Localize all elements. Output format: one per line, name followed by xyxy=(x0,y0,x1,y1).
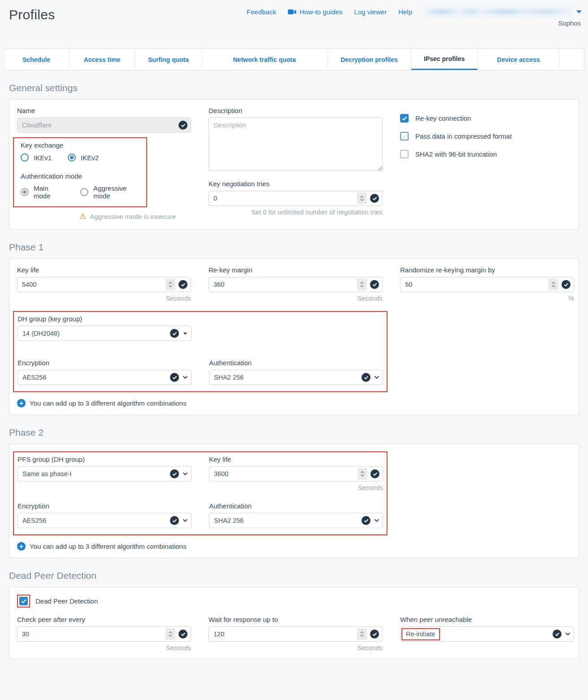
phase2-card: PFS group (DH group) Same as phase-I Key… xyxy=(9,444,579,558)
radio-aggressive-mode-label: Aggressive mode xyxy=(93,184,142,200)
dpd-check-peer-input[interactable] xyxy=(22,630,166,638)
tab-device-access[interactable]: Device access xyxy=(478,49,560,70)
key-negotiation-input[interactable] xyxy=(213,195,357,202)
key-negotiation-hint: Set 0 for unlimited number of negotiatio… xyxy=(209,209,383,216)
p1-rekey-margin-label: Re-key margin xyxy=(209,266,383,274)
description-label: Description xyxy=(209,107,383,114)
name-value: Cloudflare xyxy=(22,122,179,129)
tab-ipsec-profiles[interactable]: IPsec profiles xyxy=(411,49,478,70)
compressed-format-label: Pass data in compressed format xyxy=(415,132,512,140)
general-settings-card: Name Cloudflare Key exchange IKEv1 IKEv2… xyxy=(9,99,579,230)
phase1-card: Key life Seconds Re-key margin Seconds R… xyxy=(9,258,579,415)
p2-authentication-label: Authentication xyxy=(209,502,383,510)
p1-rekey-margin-field[interactable] xyxy=(209,277,383,292)
radio-ikev1[interactable] xyxy=(21,153,29,162)
header-links: Feedback How-to guides Log viewer Help xyxy=(247,6,582,18)
feedback-link[interactable]: Feedback xyxy=(247,8,276,16)
add-circle-icon[interactable]: + xyxy=(17,542,26,551)
radio-aggressive-mode[interactable] xyxy=(80,188,88,196)
number-spinner[interactable] xyxy=(357,468,367,480)
number-spinner[interactable] xyxy=(357,279,367,290)
dpd-when-unreachable-value: Re-initiate xyxy=(406,630,435,638)
radio-main-mode[interactable] xyxy=(21,188,29,196)
number-spinner[interactable] xyxy=(166,279,175,290)
valid-check-icon xyxy=(179,121,187,130)
p2-encryption-select[interactable]: AES256 xyxy=(17,513,192,528)
valid-check-icon xyxy=(370,469,379,478)
dpd-heading: Dead Peer Detection xyxy=(9,570,579,581)
p2-pfs-group-select[interactable]: Same as phase-I xyxy=(17,466,192,481)
p2-key-life-input[interactable] xyxy=(214,470,357,477)
p1-key-life-field[interactable] xyxy=(17,277,191,292)
warning-triangle-icon: ⚠ xyxy=(79,213,86,220)
description-textarea[interactable] xyxy=(209,118,383,171)
p2-key-life-field[interactable] xyxy=(209,466,383,481)
valid-check-icon xyxy=(370,194,379,203)
p1-randomize-input[interactable] xyxy=(405,281,549,288)
account-selector[interactable] xyxy=(424,6,582,18)
compressed-format-checkbox[interactable] xyxy=(400,132,409,140)
chevron-down-icon xyxy=(565,632,571,636)
tab-surfing-quota[interactable]: Surfing quota xyxy=(135,49,202,70)
p2-add-note-text: You can add up to 3 different algorithm … xyxy=(30,542,186,550)
tab-schedule[interactable]: Schedule xyxy=(4,49,69,70)
auth-mode-label: Authentication mode xyxy=(21,172,142,180)
account-name-redacted xyxy=(424,6,572,18)
valid-check-icon xyxy=(170,373,179,382)
number-spinner[interactable] xyxy=(357,628,367,640)
p1-rekey-margin-input[interactable] xyxy=(213,281,357,288)
rekey-connection-checkbox[interactable] xyxy=(400,114,409,122)
p1-key-life-input[interactable] xyxy=(22,281,166,288)
number-spinner[interactable] xyxy=(357,192,367,204)
valid-check-icon xyxy=(553,630,562,639)
p1-key-life-unit: Seconds xyxy=(17,295,191,302)
p1-dh-group-value: 14 (DH2048) xyxy=(22,330,170,337)
key-negotiation-field[interactable] xyxy=(209,191,383,206)
dpd-check-peer-unit: Seconds xyxy=(17,644,191,652)
p1-encryption-value: AES256 xyxy=(22,374,170,381)
dpd-when-unreachable-select[interactable]: Re-initiate xyxy=(400,626,574,642)
number-spinner[interactable] xyxy=(166,628,175,640)
tab-network-traffic-quota[interactable]: Network traffic quota xyxy=(202,49,327,70)
p1-randomize-field[interactable] xyxy=(400,277,574,292)
sha2-truncation-checkbox[interactable] xyxy=(400,150,409,158)
p1-authentication-label: Authentication xyxy=(209,359,383,367)
tab-decryption-profiles[interactable]: Decryption profiles xyxy=(327,49,411,70)
name-field: Cloudflare xyxy=(17,118,191,133)
p1-authentication-select[interactable]: SHA2 256 xyxy=(209,370,383,385)
p1-add-note-text: You can add up to 3 different algorithm … xyxy=(30,399,186,407)
rekey-connection-label: Re-key connection xyxy=(415,114,471,122)
p1-dh-group-select[interactable]: 14 (DH2048) xyxy=(17,326,192,341)
valid-check-icon xyxy=(179,630,187,639)
p2-key-life-label: Key life xyxy=(209,455,383,463)
dpd-wait-response-field[interactable] xyxy=(209,626,383,642)
dpd-check-peer-field[interactable] xyxy=(17,626,191,642)
p1-randomize-unit: % xyxy=(400,295,574,302)
log-viewer-link[interactable]: Log viewer xyxy=(354,8,387,16)
add-circle-icon[interactable]: + xyxy=(17,399,26,407)
dpd-wait-response-label: Wait for response up to xyxy=(209,616,383,623)
help-link[interactable]: Help xyxy=(398,8,412,16)
dpd-enable-checkbox[interactable] xyxy=(19,597,28,605)
key-exchange-options: IKEv1 IKEv2 xyxy=(21,153,142,162)
radio-ikev2[interactable] xyxy=(68,153,76,162)
tabbar-filler xyxy=(560,49,584,70)
p1-algorithms-highlight-box: DH group (key group) 14 (DH2048) Encrypt… xyxy=(13,311,388,392)
tab-access-time[interactable]: Access time xyxy=(69,49,135,70)
p1-authentication-value: SHA2 256 xyxy=(214,374,362,381)
brand-label: Sophos xyxy=(558,19,581,27)
dpd-check-peer-label: Check peer after every xyxy=(17,616,191,623)
warning-text: Aggressive mode is insecure xyxy=(90,213,176,220)
name-label: Name xyxy=(17,107,191,114)
valid-check-icon xyxy=(179,280,187,289)
radio-ikev2-label: IKEv2 xyxy=(81,154,99,162)
dpd-wait-response-input[interactable] xyxy=(213,630,357,638)
p2-authentication-select[interactable]: SHA2 256 xyxy=(209,513,383,528)
chevron-down-icon xyxy=(374,519,379,522)
profile-tabs: Schedule Access time Surfing quota Netwo… xyxy=(4,48,584,70)
number-spinner[interactable] xyxy=(549,279,558,290)
howto-guides-link[interactable]: How-to guides xyxy=(288,8,343,16)
radio-main-mode-label: Main mode xyxy=(34,184,65,200)
p1-encryption-select[interactable]: AES256 xyxy=(17,370,192,385)
p1-encryption-label: Encryption xyxy=(17,359,192,367)
